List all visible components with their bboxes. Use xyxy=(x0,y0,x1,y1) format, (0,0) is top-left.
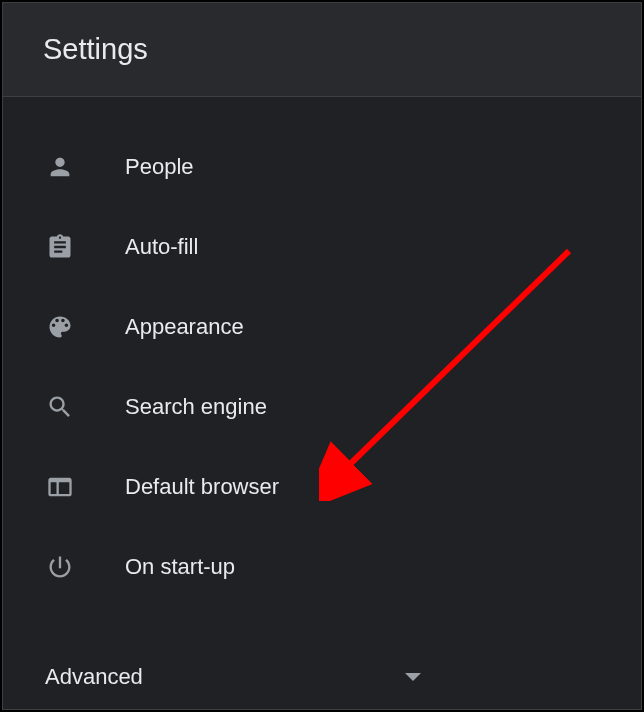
nav-item-default-browser[interactable]: Default browser xyxy=(3,447,641,527)
advanced-toggle[interactable]: Advanced xyxy=(3,637,641,712)
nav-item-autofill[interactable]: Auto-fill xyxy=(3,207,641,287)
search-icon xyxy=(45,392,75,422)
person-icon xyxy=(45,152,75,182)
navigation-list: People Auto-fill Appearance Search engin… xyxy=(3,97,641,607)
advanced-label: Advanced xyxy=(45,664,143,690)
nav-item-label: Search engine xyxy=(125,394,267,420)
page-title: Settings xyxy=(43,33,148,66)
power-icon xyxy=(45,552,75,582)
nav-item-label: Auto-fill xyxy=(125,234,198,260)
nav-item-people[interactable]: People xyxy=(3,127,641,207)
settings-panel: Settings People Auto-fill Appearance S xyxy=(2,2,642,710)
nav-item-label: Appearance xyxy=(125,314,244,340)
browser-icon xyxy=(45,472,75,502)
nav-item-appearance[interactable]: Appearance xyxy=(3,287,641,367)
nav-item-label: People xyxy=(125,154,194,180)
nav-item-label: Default browser xyxy=(125,474,279,500)
nav-item-on-startup[interactable]: On start-up xyxy=(3,527,641,607)
chevron-down-icon xyxy=(405,673,421,681)
palette-icon xyxy=(45,312,75,342)
clipboard-icon xyxy=(45,232,75,262)
nav-item-search-engine[interactable]: Search engine xyxy=(3,367,641,447)
header: Settings xyxy=(3,3,641,97)
nav-item-label: On start-up xyxy=(125,554,235,580)
